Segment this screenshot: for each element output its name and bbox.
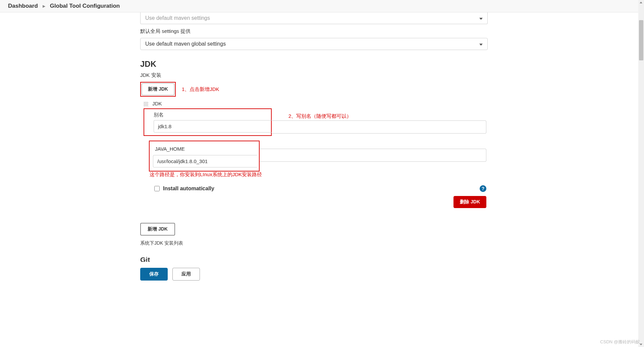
jdk-entry-title: JDK xyxy=(152,101,162,106)
alias-label: 别名 xyxy=(154,112,271,118)
jdk-install-label: JDK 安装 xyxy=(140,72,488,79)
scroll-thumb[interactable] xyxy=(639,20,643,60)
help-icon[interactable]: ? xyxy=(480,185,486,192)
main-content: Use default maven settings 默认全局 settings… xyxy=(140,12,496,307)
jdk-entry: JDK 别名 jdk1.8 2、写别名（随便写都可以） JAVA_HOME /u… xyxy=(140,101,488,208)
chevron-down-icon xyxy=(479,15,483,21)
maven-global-settings-value: Use default maven global settings xyxy=(145,41,226,47)
alias-input[interactable]: jdk1.8 xyxy=(154,120,272,133)
annotation-text-2: 2、写别名（随便写都可以） xyxy=(288,113,352,119)
breadcrumb: Dashboard ▶ Global Tool Configuration xyxy=(0,0,644,12)
annotation-box-1: 新增 JDK xyxy=(140,82,176,97)
maven-global-settings-select[interactable]: Use default maven global settings xyxy=(140,38,488,50)
git-heading: Git xyxy=(140,256,488,262)
annotation-text-3: 这个路径是，你安装到LInux系统上的JDK安装路径 xyxy=(150,171,262,178)
delete-jdk-button[interactable]: 删除 JDK xyxy=(453,196,486,208)
install-auto-checkbox[interactable] xyxy=(154,186,160,191)
maven-global-label: 默认全局 settings 提供 xyxy=(140,28,488,35)
footer-buttons: 保存 应用 xyxy=(140,268,488,281)
add-jdk-button-2[interactable]: 新增 JDK xyxy=(140,223,175,236)
chevron-right-icon: ▶ xyxy=(43,4,45,8)
drag-handle-icon[interactable] xyxy=(144,102,148,106)
breadcrumb-current: Global Tool Configuration xyxy=(50,3,120,9)
scrollbar[interactable] xyxy=(638,0,644,307)
breadcrumb-dashboard[interactable]: Dashboard xyxy=(8,3,38,9)
annotation-text-1: 1、点击新增JDK xyxy=(182,86,219,93)
java-home-label: JAVA_HOME xyxy=(155,146,257,152)
apply-button[interactable]: 应用 xyxy=(172,268,200,281)
save-button[interactable]: 保存 xyxy=(140,268,168,281)
chevron-down-icon xyxy=(479,41,483,47)
annotation-box-2: 别名 jdk1.8 xyxy=(144,108,272,136)
java-home-input[interactable]: /usr/local/jdk1.8.0_301 xyxy=(153,155,257,167)
jdk-list-helper: 系统下JDK 安装列表 xyxy=(140,240,488,246)
annotation-box-3: JAVA_HOME /usr/local/jdk1.8.0_301 xyxy=(149,141,260,171)
install-auto-label[interactable]: Install automatically xyxy=(154,186,214,192)
maven-settings-select[interactable]: Use default maven settings xyxy=(140,12,488,24)
jdk-heading: JDK xyxy=(140,59,488,69)
java-home-input-ext[interactable] xyxy=(260,149,486,162)
maven-settings-value: Use default maven settings xyxy=(145,15,210,21)
alias-input-ext[interactable] xyxy=(272,120,486,134)
scroll-up-icon[interactable] xyxy=(640,2,642,3)
add-jdk-button[interactable]: 新增 JDK xyxy=(142,83,174,95)
